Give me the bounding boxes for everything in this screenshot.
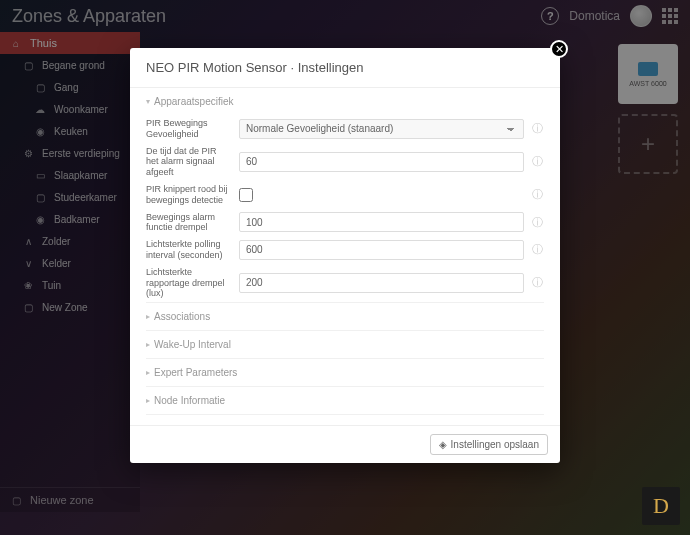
sensitivity-select[interactable]: Normale Gevoeligheid (stanaard) <box>239 119 524 139</box>
save-button[interactable]: ◈ Instellingen opslaan <box>430 434 548 455</box>
alarm-time-input[interactable] <box>239 152 524 172</box>
info-icon[interactable]: ⓘ <box>532 121 544 136</box>
info-icon[interactable]: ⓘ <box>532 242 544 257</box>
lux-threshold-input[interactable] <box>239 273 524 293</box>
app-badge: D <box>642 487 680 525</box>
blink-checkbox[interactable] <box>239 188 253 202</box>
info-icon[interactable]: ⓘ <box>532 187 544 202</box>
close-icon[interactable]: ✕ <box>550 40 568 58</box>
field-label: De tijd dat de PIR het alarm signaal afg… <box>146 146 231 178</box>
modal-title: NEO PIR Motion Sensor · Instellingen <box>130 48 560 88</box>
section-toggle[interactable]: Node Informatie <box>146 387 544 414</box>
save-icon: ◈ <box>439 439 447 450</box>
info-icon[interactable]: ⓘ <box>532 275 544 290</box>
section-toggle[interactable]: Associations <box>146 303 544 330</box>
field-label: PIR Bewegings Gevoeligheid <box>146 118 231 140</box>
section-toggle[interactable]: Apparaatspecifiek <box>146 88 544 115</box>
field-label: Lichtsterkte rapportage drempel (lux) <box>146 267 231 299</box>
info-icon[interactable]: ⓘ <box>532 215 544 230</box>
section-device-specific: Apparaatspecifiek PIR Bewegings Gevoelig… <box>146 88 544 303</box>
info-icon[interactable]: ⓘ <box>532 154 544 169</box>
motion-threshold-input[interactable] <box>239 212 524 232</box>
modal-overlay: ✕ NEO PIR Motion Sensor · Instellingen A… <box>0 0 690 535</box>
settings-modal: ✕ NEO PIR Motion Sensor · Instellingen A… <box>130 48 560 463</box>
section-toggle[interactable]: Expert Parameters <box>146 359 544 386</box>
field-label: Lichtsterkte polling interval (seconden) <box>146 239 231 261</box>
field-label: Bewegings alarm functie drempel <box>146 212 231 234</box>
section-toggle[interactable]: Wake-Up Interval <box>146 331 544 358</box>
field-label: PIR knippert rood bij bewegings detectie <box>146 184 231 206</box>
polling-interval-input[interactable] <box>239 240 524 260</box>
